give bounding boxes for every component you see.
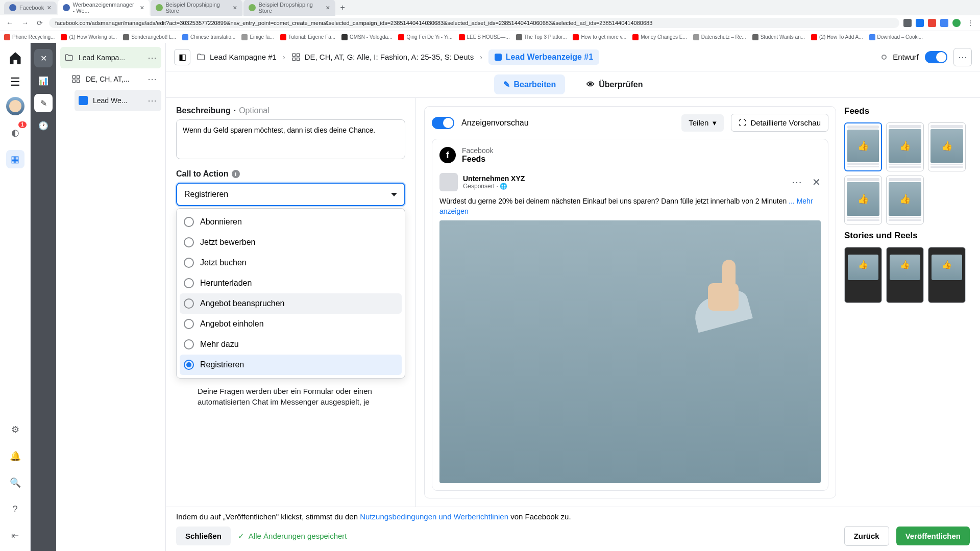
placement-thumb[interactable] xyxy=(886,247,924,303)
post-text: Würdest du gerne 20% bei deinem nächsten… xyxy=(439,196,821,216)
cta-select[interactable]: Registrieren xyxy=(176,183,405,206)
publish-button[interactable]: Veröffentlichen xyxy=(896,527,970,545)
gear-icon[interactable]: ⚙ xyxy=(6,420,24,439)
bookmark[interactable]: Student Wants an... xyxy=(752,34,805,40)
tree-campaign[interactable]: Lead Kampa... ⋯ xyxy=(60,47,161,68)
bookmark[interactable]: Phone Recycling... xyxy=(4,34,55,40)
ads-manager-icon[interactable]: ▦ xyxy=(6,150,24,168)
menu-icon[interactable]: ⋮ xyxy=(965,19,976,27)
pencil-icon[interactable]: ✎ xyxy=(34,94,53,112)
description-input[interactable]: Wenn du Geld sparen möchtest, dann ist d… xyxy=(176,119,405,159)
placement-thumb[interactable] xyxy=(928,122,966,171)
placement-thumb[interactable] xyxy=(844,247,882,303)
preview-toggle[interactable] xyxy=(432,117,454,129)
search-icon[interactable]: 🔍 xyxy=(6,473,24,492)
cta-option[interactable]: Mehr dazu xyxy=(180,334,402,355)
reload-icon[interactable]: ⟳ xyxy=(35,19,45,27)
address-bar: ← → ⟳ facebook.com/adsmanager/manage/ads… xyxy=(0,15,980,31)
extension-icon[interactable] xyxy=(940,19,948,27)
bookmark[interactable]: Tutorial: Eigene Fa... xyxy=(280,34,335,40)
bookmark[interactable]: Sonderangebot! L... xyxy=(123,34,176,40)
tree-ad[interactable]: Lead We... ⋯ xyxy=(75,90,161,111)
home-icon[interactable] xyxy=(6,49,24,67)
collapse-icon[interactable]: ⇤ xyxy=(6,527,24,545)
crumb-adset[interactable]: DE, CH, AT, G: Alle, I: Fashion, A: 25-3… xyxy=(291,53,474,62)
cta-option[interactable]: Registrieren xyxy=(180,355,402,375)
clock-icon[interactable]: 🕐 xyxy=(34,116,53,135)
bookmark[interactable]: How to get more v... xyxy=(573,34,626,40)
placement-thumb[interactable] xyxy=(928,247,966,303)
extension-icon[interactable] xyxy=(916,19,924,27)
breadcrumb-bar: ◧ Lead Kampagne #1 › DE, CH, AT, G: Alle… xyxy=(166,43,980,71)
placement-thumb[interactable] xyxy=(886,122,924,171)
bookmark[interactable]: (1) How Working at... xyxy=(61,34,117,40)
placement-thumb[interactable] xyxy=(886,176,924,224)
extension-icon[interactable] xyxy=(928,19,936,27)
bookmark[interactable]: (2) How To Add A... xyxy=(811,34,863,40)
eye-icon: 👁 xyxy=(586,80,595,89)
bookmark[interactable]: Chinese translatio... xyxy=(182,34,235,40)
bookmark[interactable]: The Top 3 Platfor... xyxy=(516,34,567,40)
browser-tab[interactable]: Werbeanzeigenmanager - We...× xyxy=(58,0,150,16)
extension-icon[interactable] xyxy=(903,19,912,27)
browser-tab[interactable]: Beispiel Dropshipping Store× xyxy=(243,0,335,16)
bookmark[interactable]: GMSN - Vologda... xyxy=(341,34,392,40)
back-icon[interactable]: ← xyxy=(4,19,15,27)
more-icon[interactable]: ⋯ xyxy=(148,52,157,63)
tab-edit[interactable]: ✎ Bearbeiten xyxy=(494,74,566,94)
placement-thumb[interactable] xyxy=(844,176,882,224)
feeds-heading: Feeds xyxy=(844,106,972,116)
forward-icon[interactable]: → xyxy=(19,19,31,27)
cta-option[interactable]: Jetzt bewerben xyxy=(180,232,402,253)
chart-icon[interactable]: 📊 xyxy=(34,71,53,90)
cta-option[interactable]: Jetzt buchen xyxy=(180,253,402,273)
close-button[interactable]: ✕ xyxy=(34,49,53,67)
avatar[interactable] xyxy=(6,97,24,115)
tree-adset[interactable]: DE, CH, AT,... ⋯ xyxy=(67,68,161,90)
help-icon[interactable]: ? xyxy=(6,500,24,518)
tab-review[interactable]: 👁 Überprüfen xyxy=(577,75,652,94)
close-button[interactable]: Schließen xyxy=(176,527,231,545)
more-icon[interactable]: ⋯ xyxy=(148,95,157,106)
share-button[interactable]: Teilen▾ xyxy=(681,114,724,132)
browser-tab[interactable]: Beispiel Dropshipping Store× xyxy=(151,0,242,16)
cta-option[interactable]: Angebot beanspruchen xyxy=(180,293,402,314)
bookmark[interactable]: Einige fa... xyxy=(241,34,274,40)
panel-toggle-icon[interactable]: ◧ xyxy=(174,49,190,65)
close-icon[interactable]: × xyxy=(47,4,51,12)
bell-icon[interactable]: 🔔 xyxy=(6,447,24,465)
close-icon[interactable]: × xyxy=(140,4,144,12)
detailed-preview-button[interactable]: ⛶Detaillierte Vorschau xyxy=(731,114,828,132)
close-icon[interactable]: × xyxy=(326,4,330,12)
crumb-campaign[interactable]: Lead Kampagne #1 xyxy=(197,53,277,62)
more-icon[interactable]: ⋯ xyxy=(792,176,803,188)
bookmark[interactable]: Datenschutz – Re... xyxy=(693,34,746,40)
bookmark[interactable]: LEE'S HOUSE—... xyxy=(459,34,510,40)
more-icon[interactable]: ⋯ xyxy=(148,73,157,85)
crumb-ad[interactable]: Lead Werbeanzeige #1 xyxy=(488,49,599,65)
back-button[interactable]: Zurück xyxy=(844,526,889,546)
placement-thumb[interactable] xyxy=(844,122,882,171)
profile-icon[interactable] xyxy=(952,19,961,27)
bookmark[interactable]: Download – Cooki... xyxy=(869,34,923,40)
new-tab-button[interactable]: + xyxy=(336,3,349,12)
cta-option[interactable]: Angebot einholen xyxy=(180,314,402,334)
close-icon[interactable]: × xyxy=(233,4,237,12)
bookmark[interactable]: Money Changes E... xyxy=(632,34,687,40)
browser-tab[interactable]: Facebook× xyxy=(4,2,57,14)
url-input[interactable]: facebook.com/adsmanager/manage/ads/edit?… xyxy=(49,18,899,28)
cta-option[interactable]: Herunterladen xyxy=(180,273,402,293)
menu-icon[interactable]: ☰ xyxy=(10,76,20,89)
terms-link[interactable]: Nutzungsbedingungen und Werberichtlinien xyxy=(360,512,508,521)
caret-down-icon xyxy=(391,193,397,196)
status-toggle[interactable] xyxy=(925,51,947,63)
close-icon[interactable]: ✕ xyxy=(812,176,821,188)
facebook-rail: ☰ ◐ 1 ▦ ⚙ 🔔 🔍 ? ⇤ xyxy=(0,43,31,551)
form-column: Beschreibung · Optional Wenn du Geld spa… xyxy=(166,98,416,507)
cta-option[interactable]: Abonnieren xyxy=(180,212,402,232)
ad-icon xyxy=(495,54,502,61)
bookmark[interactable]: Qing Fei De Yi - Yi... xyxy=(398,34,452,40)
info-icon[interactable]: i xyxy=(232,170,240,178)
more-button[interactable]: ⋯ xyxy=(953,48,972,66)
shortcuts-icon[interactable]: ◐ 1 xyxy=(6,123,24,142)
